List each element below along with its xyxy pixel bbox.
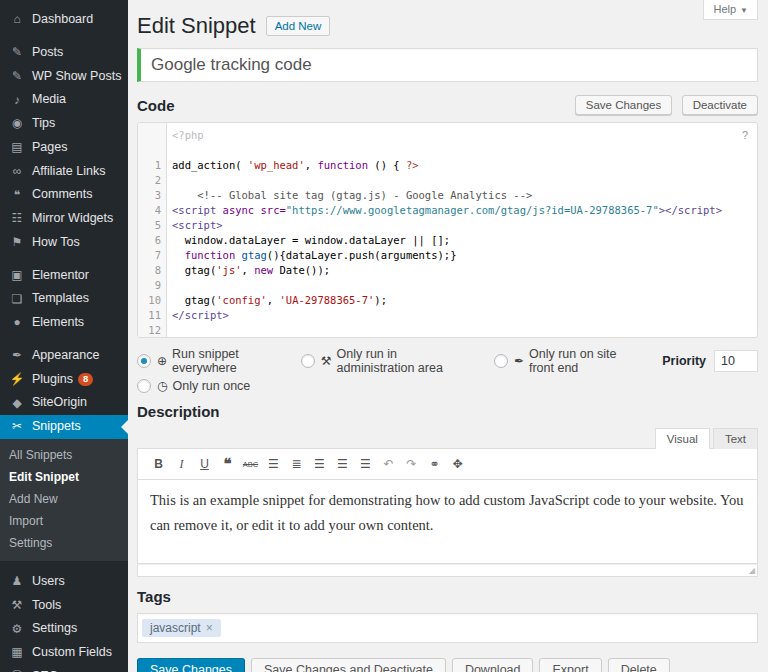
sidebar-item-comments[interactable]: ❝Comments xyxy=(0,183,128,207)
code-line xyxy=(172,323,749,337)
sidebar-item-templates[interactable]: ❏Templates xyxy=(0,287,128,311)
scope-option-label: Only run on site front end xyxy=(529,347,636,375)
sidebar-item-custom-fields[interactable]: ▦Custom Fields xyxy=(0,641,128,665)
bold-icon[interactable]: B xyxy=(147,457,170,471)
align-center-icon[interactable]: ☰ xyxy=(331,457,354,471)
code-line: function gtag(){dataLayer.push(arguments… xyxy=(172,248,749,263)
sidebar-item-mirror-widgets[interactable]: ☷Mirror Widgets xyxy=(0,207,128,231)
line-number: 4 xyxy=(138,203,166,218)
tag-label: javascript xyxy=(150,621,201,635)
editor-help-icon[interactable]: ? xyxy=(742,129,748,141)
sidebar-item-seo[interactable]: ⓋSEO xyxy=(0,665,128,672)
submenu-item-settings[interactable]: Settings xyxy=(0,532,128,554)
scope-option-label: Only run once xyxy=(172,379,250,393)
strikethrough-icon[interactable]: ABC xyxy=(239,460,262,469)
export-button[interactable]: Export xyxy=(539,658,601,672)
paintbrush-icon: ✒ xyxy=(9,349,25,362)
sidebar-item-elements[interactable]: ●Elements xyxy=(0,311,128,335)
add-new-button[interactable]: Add New xyxy=(266,16,331,36)
save-changes-button[interactable]: Save Changes xyxy=(137,658,245,672)
line-number: 6 xyxy=(138,233,166,248)
sidebar-item-appearance[interactable]: ✒Appearance xyxy=(0,344,128,368)
save-changes-top-button[interactable]: Save Changes xyxy=(575,95,672,115)
sidebar-item-tips[interactable]: ◉Tips xyxy=(0,112,128,136)
sidebar-item-label: Settings xyxy=(32,622,77,636)
numbered-list-icon[interactable]: ≣ xyxy=(285,457,308,471)
fullscreen-icon[interactable]: ✥ xyxy=(446,457,469,471)
resize-grip-icon[interactable]: ◢ xyxy=(749,566,755,576)
submenu-item-add-new[interactable]: Add New xyxy=(0,488,128,510)
sidebar-item-label: Dashboard xyxy=(32,13,93,27)
align-left-icon[interactable]: ☰ xyxy=(308,457,331,471)
undo-icon[interactable]: ↶ xyxy=(377,457,400,471)
scope-option-run-snippet-everywhere[interactable]: ⊕Run snippet everywhere xyxy=(137,347,275,375)
sidebar-item-plugins[interactable]: ⚡Plugins8 xyxy=(0,368,128,392)
media-icon: ♪ xyxy=(9,94,25,107)
bulleted-list-icon[interactable]: ☰ xyxy=(262,457,285,471)
sidebar-item-siteorigin[interactable]: ◆SiteOrigin xyxy=(0,391,128,415)
globe-icon: ⊕ xyxy=(157,354,167,368)
scope-options: ⊕Run snippet everywhere⚒Only run in admi… xyxy=(137,347,758,393)
sidebar-item-media[interactable]: ♪Media xyxy=(0,88,128,112)
radio-button[interactable] xyxy=(301,354,315,368)
radio-button[interactable] xyxy=(494,354,508,368)
tab-visual[interactable]: Visual xyxy=(655,428,710,449)
sidebar-item-tools[interactable]: ⚒Tools xyxy=(0,594,128,618)
align-right-icon[interactable]: ☰ xyxy=(354,457,377,471)
scope-option-only-run-in-administration-area[interactable]: ⚒Only run in administration area xyxy=(301,347,468,375)
tags-input[interactable]: javascript × xyxy=(137,613,758,643)
sidebar-item-dashboard[interactable]: ⌂Dashboard xyxy=(0,8,128,32)
code-line: gtag('config', 'UA-29788365-7'); xyxy=(172,293,749,308)
tab-text[interactable]: Text xyxy=(713,428,758,449)
radio-button[interactable] xyxy=(137,354,151,368)
snippet-title-input[interactable] xyxy=(137,48,758,82)
brush-icon: ✒ xyxy=(514,354,524,368)
scope-option-only-run-on-site-front-end[interactable]: ✒Only run on site front end xyxy=(494,347,636,375)
sidebar-item-settings[interactable]: ⚙Settings xyxy=(0,617,128,641)
code-line: <script> xyxy=(172,218,749,233)
submenu-item-all-snippets[interactable]: All Snippets xyxy=(0,444,128,466)
scope-option-only-run-once[interactable]: ◷Only run once xyxy=(137,379,250,393)
link-icon[interactable]: ⚭ xyxy=(423,457,446,471)
underline-icon[interactable]: U xyxy=(193,457,216,471)
delete-button[interactable]: Delete xyxy=(608,658,670,672)
blockquote-icon[interactable]: ❝ xyxy=(216,455,239,473)
sidebar-item-label: Comments xyxy=(32,188,92,202)
submenu-item-import[interactable]: Import xyxy=(0,510,128,532)
tag-remove-icon[interactable]: × xyxy=(206,621,213,635)
sidebar-item-how-tos[interactable]: ⚑How Tos xyxy=(0,231,128,255)
sidebar-item-affiliate-links[interactable]: ∞Affiliate Links xyxy=(0,160,128,184)
elements-icon: ● xyxy=(9,316,25,329)
sidebar-item-posts[interactable]: ✎Posts xyxy=(0,41,128,65)
tag-chip: javascript × xyxy=(142,619,221,637)
priority-input[interactable] xyxy=(714,350,758,372)
sidebar-item-label: How Tos xyxy=(32,236,80,250)
code-line: window.dataLayer = window.dataLayer || [… xyxy=(172,233,749,248)
code-editor-content[interactable]: <?php add_action( 'wp_head', function ()… xyxy=(167,123,757,337)
tools-icon: ⚒ xyxy=(9,599,25,612)
deactivate-button[interactable]: Deactivate xyxy=(682,95,758,115)
code-section-header: Code Save Changes Deactivate xyxy=(137,95,758,115)
radio-button[interactable] xyxy=(137,379,151,393)
sidebar-item-elementor[interactable]: ▣Elementor xyxy=(0,264,128,288)
save-and-deactivate-button[interactable]: Save Changes and Deactivate xyxy=(251,658,446,672)
submenu-item-edit-snippet[interactable]: Edit Snippet xyxy=(0,466,128,488)
italic-icon[interactable]: I xyxy=(170,457,193,472)
code-editor[interactable]: 1234567891011121314 <?php add_action( 'w… xyxy=(137,122,758,338)
help-dropdown[interactable]: Help▼ xyxy=(703,0,758,20)
download-button[interactable]: Download xyxy=(452,658,534,672)
user-icon: ♟ xyxy=(9,575,25,588)
code-line: </script> xyxy=(172,308,749,323)
sidebar-item-pages[interactable]: ▤Pages xyxy=(0,136,128,160)
sidebar-item-wp-show-posts[interactable]: ✎WP Show Posts xyxy=(0,65,128,89)
wrench-icon: ⚒ xyxy=(321,354,332,368)
admin-sidebar: ⌂Dashboard✎Posts✎WP Show Posts♪Media◉Tip… xyxy=(0,0,128,672)
sidebar-item-users[interactable]: ♟Users xyxy=(0,570,128,594)
sidebar-item-snippets[interactable]: ✂Snippets xyxy=(0,415,128,439)
redo-icon[interactable]: ↷ xyxy=(400,457,423,471)
line-number: 3 xyxy=(138,188,166,203)
folder-icon: ❏ xyxy=(9,293,25,306)
line-number: 11 xyxy=(138,308,166,323)
sidebar-item-label: Posts xyxy=(32,46,63,60)
description-textarea[interactable]: This is an example snippet for demonstra… xyxy=(137,480,758,564)
